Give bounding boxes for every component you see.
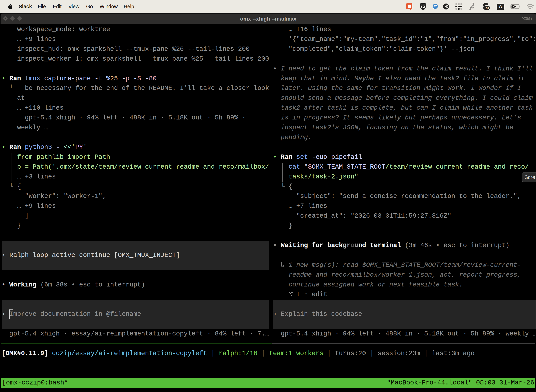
svg-text:..61: ..61	[484, 7, 489, 10]
svg-text:1: 1	[530, 17, 532, 21]
